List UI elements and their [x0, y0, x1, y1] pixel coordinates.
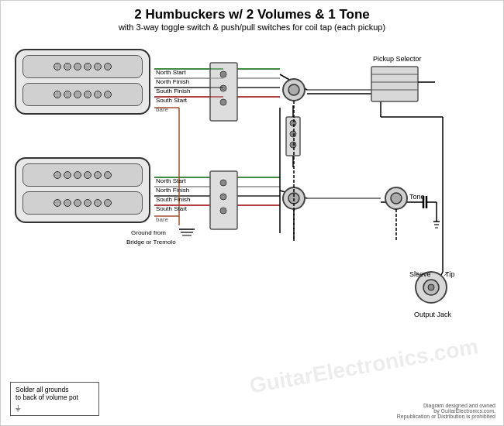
- pole-6: [104, 63, 112, 70]
- pickup-1-bottom-coil: [22, 83, 143, 106]
- svg-point-69: [423, 280, 439, 295]
- pickup-2-bottom-coil: [22, 191, 143, 215]
- pole-2: [64, 63, 71, 70]
- bottom-note-line1: Solder all grounds: [16, 386, 94, 393]
- svg-point-51: [290, 120, 296, 126]
- pole-3: [74, 63, 81, 70]
- pickup-1-top-coil: [22, 55, 143, 78]
- bottom-note-box: Solder all grounds to back of volume pot…: [10, 382, 99, 416]
- pickup1-north-start-label: North Start: [156, 69, 186, 76]
- brand-watermark: GuitarElectronics.com: [248, 334, 481, 398]
- svg-point-66: [220, 194, 226, 200]
- pickup-2: [15, 157, 150, 223]
- pole-5: [94, 63, 102, 70]
- copyright-line3: Republication or Distribution is prohibi…: [397, 414, 495, 419]
- svg-point-53: [290, 142, 296, 148]
- svg-point-67: [220, 208, 226, 214]
- pickup2-ground-note-label: Ground from: [131, 229, 166, 236]
- sleeve-label: Sleeve: [409, 270, 431, 278]
- svg-point-70: [428, 284, 434, 290]
- pickup-1: [15, 49, 150, 115]
- svg-point-52: [290, 131, 296, 137]
- svg-point-65: [220, 180, 226, 186]
- svg-point-45: [391, 193, 402, 204]
- main-container: 2 Humbuckers w/ 2 Volumes & 1 Tone with …: [0, 0, 504, 426]
- svg-point-49: [288, 193, 299, 204]
- pickup-selector-label: Pickup Selector: [373, 55, 422, 63]
- tone-label: Tone: [409, 193, 425, 201]
- svg-line-25: [435, 272, 443, 287]
- svg-point-59: [220, 99, 226, 105]
- svg-point-46: [283, 79, 305, 101]
- pickup1-bare-label: bare: [156, 106, 168, 113]
- tip-label: Tip: [445, 270, 454, 278]
- copyright-line2: by GuitarElectronics.com.: [397, 408, 495, 414]
- pickup2-ground-note2-label: Bridge or Tremolo: [126, 239, 176, 246]
- pole-1: [54, 63, 61, 70]
- svg-rect-50: [286, 117, 300, 156]
- pole-4: [84, 63, 91, 70]
- svg-rect-31: [371, 67, 418, 101]
- copyright-line1: Diagram designed and owned: [397, 403, 495, 408]
- pickup2-south-finish-label: South Finish: [156, 196, 190, 203]
- svg-point-57: [220, 71, 226, 77]
- pickup-2-top-coil: [22, 163, 143, 187]
- svg-point-47: [288, 84, 299, 95]
- svg-point-44: [385, 187, 407, 209]
- svg-rect-64: [210, 171, 237, 229]
- title-area: 2 Humbuckers w/ 2 Volumes & 1 Tone with …: [1, 1, 503, 32]
- pickup2-bare-label: bare: [156, 216, 168, 223]
- copyright-box: Diagram designed and owned by GuitarElec…: [397, 403, 495, 419]
- pickup2-north-finish-label: North Finish: [156, 187, 189, 194]
- svg-point-58: [220, 85, 226, 91]
- subtitle: with 3-way toggle switch & push/pull swi…: [1, 22, 503, 32]
- pickup1-south-start-label: South Start: [156, 97, 187, 104]
- svg-line-18: [280, 74, 307, 90]
- pickup1-north-finish-label: North Finish: [156, 78, 189, 85]
- svg-rect-56: [210, 63, 237, 121]
- pickup2-south-start-label: South Start: [156, 205, 187, 212]
- svg-line-19: [280, 191, 307, 198]
- bottom-note-line2: to back of volume pot: [16, 393, 94, 401]
- main-title: 2 Humbuckers w/ 2 Volumes & 1 Tone: [1, 7, 503, 22]
- pickup1-south-finish-label: South Finish: [156, 88, 190, 94]
- output-jack-label: Output Jack: [414, 311, 451, 318]
- ground-symbol: ⏚: [16, 403, 94, 412]
- svg-point-48: [283, 187, 305, 209]
- pickup2-north-start-label: North Start: [156, 177, 186, 184]
